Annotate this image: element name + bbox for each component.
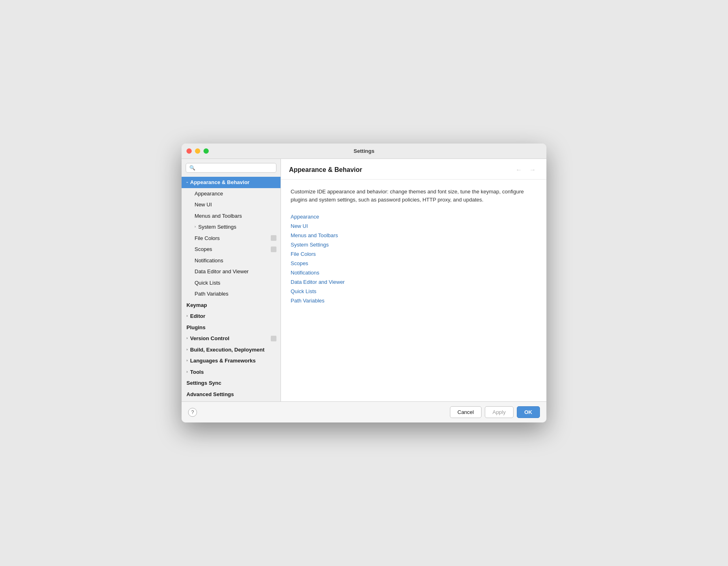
chevron-icon: › [186, 336, 188, 341]
link-system-settings[interactable]: System Settings [291, 242, 537, 248]
link-notifications[interactable]: Notifications [291, 270, 537, 276]
sidebar-item-label: Keymap [186, 301, 207, 309]
chevron-icon: › [186, 358, 188, 364]
chevron-icon: › [186, 369, 188, 375]
window-title: Settings [353, 148, 374, 154]
main-content: 🔍 › Appearance & Behavior Appearance New… [182, 159, 546, 401]
content-body: Customize IDE appearance and behavior: c… [281, 180, 546, 401]
sidebar-item-languages[interactable]: › Languages & Frameworks [182, 355, 280, 367]
sidebar-item-label: Data Editor and Viewer [195, 268, 248, 276]
sidebar-item-label: File Colors [195, 234, 220, 242]
forward-button[interactable]: → [527, 165, 538, 174]
window-controls [186, 148, 209, 154]
help-label: ? [191, 409, 194, 415]
sidebar-item-menus-toolbars[interactable]: Menus and Toolbars [182, 210, 280, 222]
sidebar-item-system-settings[interactable]: › System Settings [182, 221, 280, 233]
link-data-editor[interactable]: Data Editor and Viewer [291, 279, 537, 285]
sidebar-item-quick-lists[interactable]: Quick Lists [182, 277, 280, 289]
link-file-colors[interactable]: File Colors [291, 251, 537, 257]
sidebar-item-advanced-settings[interactable]: Advanced Settings [182, 389, 280, 400]
sidebar-item-editor[interactable]: › Editor [182, 311, 280, 322]
sidebar-item-appearance-behavior[interactable]: › Appearance & Behavior [182, 177, 280, 188]
sidebar-item-label: Path Variables [195, 290, 229, 298]
sidebar-item-tools[interactable]: › Tools [182, 367, 280, 378]
settings-window: Settings 🔍 › Appearance & Behavior Appea… [182, 144, 546, 422]
sidebar-item-data-editor[interactable]: Data Editor and Viewer [182, 266, 280, 277]
link-menus-toolbars[interactable]: Menus and Toolbars [291, 232, 537, 238]
footer-left: ? [188, 408, 197, 417]
chevron-icon: › [195, 224, 196, 230]
chevron-icon: › [186, 313, 188, 319]
sidebar-item-label: Scopes [195, 245, 212, 253]
sidebar-item-label: Build, Execution, Deployment [190, 346, 264, 354]
file-colors-badge [271, 235, 276, 241]
links-list: Appearance New UI Menus and Toolbars Sys… [291, 214, 537, 304]
maximize-button[interactable] [203, 148, 209, 154]
sidebar-item-label: Tools [190, 368, 204, 376]
sidebar-item-label: Appearance [195, 190, 223, 198]
search-input[interactable] [197, 165, 273, 171]
close-button[interactable] [186, 148, 192, 154]
sidebar-item-label: Version Control [190, 334, 229, 343]
search-icon: 🔍 [189, 165, 195, 171]
sidebar-item-path-variables[interactable]: Path Variables [182, 288, 280, 300]
sidebar-item-label: New UI [195, 201, 212, 209]
version-control-badge [271, 336, 276, 341]
link-path-variables[interactable]: Path Variables [291, 298, 537, 304]
sidebar-item-build-exec[interactable]: › Build, Execution, Deployment [182, 344, 280, 356]
back-button[interactable]: ← [513, 165, 525, 174]
help-button[interactable]: ? [188, 408, 197, 417]
sidebar-item-notifications[interactable]: Notifications [182, 255, 280, 266]
sidebar-item-label: Editor [190, 312, 206, 320]
sidebar-item-label: Settings Sync [186, 379, 221, 387]
sidebar: 🔍 › Appearance & Behavior Appearance New… [182, 159, 281, 401]
link-quick-lists[interactable]: Quick Lists [291, 288, 537, 294]
link-scopes[interactable]: Scopes [291, 260, 537, 266]
sidebar-item-label: Plugins [186, 324, 206, 332]
link-new-ui[interactable]: New UI [291, 223, 537, 229]
ok-button[interactable]: OK [517, 406, 540, 418]
sidebar-item-label: System Settings [198, 223, 236, 231]
sidebar-item-new-ui[interactable]: New UI [182, 199, 280, 210]
sidebar-item-settings-sync[interactable]: Settings Sync [182, 377, 280, 389]
sidebar-item-file-colors[interactable]: File Colors [182, 233, 280, 244]
sidebar-item-label: Quick Lists [195, 279, 221, 287]
nav-arrows: ← → [513, 165, 538, 174]
sidebar-item-label: Advanced Settings [186, 390, 234, 399]
apply-button[interactable]: Apply [485, 406, 514, 418]
chevron-icon: › [184, 182, 190, 183]
footer: ? Cancel Apply OK [182, 401, 546, 422]
link-appearance[interactable]: Appearance [291, 214, 537, 220]
sidebar-item-label: Menus and Toolbars [195, 212, 242, 220]
cancel-button[interactable]: Cancel [450, 406, 482, 418]
search-box[interactable]: 🔍 [186, 163, 276, 173]
content-header: Appearance & Behavior ← → [281, 159, 546, 180]
minimize-button[interactable] [195, 148, 200, 154]
sidebar-item-version-control[interactable]: › Version Control [182, 333, 280, 344]
sidebar-item-scopes[interactable]: Scopes [182, 244, 280, 255]
sidebar-item-label: Appearance & Behavior [190, 178, 250, 187]
sidebar-item-label: Notifications [195, 257, 223, 265]
page-title: Appearance & Behavior [289, 166, 362, 174]
chevron-icon: › [186, 347, 188, 353]
sidebar-item-label: Languages & Frameworks [190, 357, 256, 365]
sidebar-item-keymap[interactable]: Keymap [182, 300, 280, 311]
title-bar: Settings [182, 144, 546, 159]
sidebar-item-appearance[interactable]: Appearance [182, 188, 280, 199]
sidebar-item-plugins[interactable]: Plugins [182, 322, 280, 333]
description-text: Customize IDE appearance and behavior: c… [291, 188, 537, 204]
sidebar-nav: › Appearance & Behavior Appearance New U… [182, 175, 280, 401]
content-area: Appearance & Behavior ← → Customize IDE … [281, 159, 546, 401]
scopes-badge [271, 247, 276, 252]
